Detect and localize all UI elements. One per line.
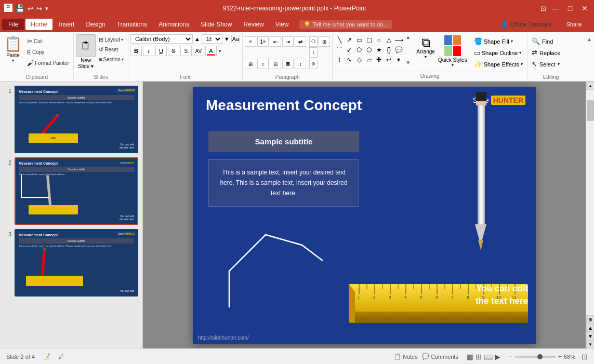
section-button[interactable]: ≡ Section ▾ [97,55,126,63]
select-button[interactable]: ↖ Select ▾ [530,59,562,69]
office-tutorials-button[interactable]: 👤 Office Tutorials [496,19,556,30]
maximize-button[interactable]: □ [565,3,575,14]
justify-button[interactable]: ≣ [282,59,294,69]
menu-slideshow[interactable]: Slide Show [195,19,237,30]
curve-shape[interactable]: ⌒ [335,45,344,55]
align-left-button[interactable]: ⊞ [245,59,256,69]
bent-arrow-shape[interactable]: ↩ [384,55,393,64]
font-color-dropdown[interactable]: ▾ [219,49,221,53]
shape-outline-button[interactable]: ▭ Shape Outline ▾ [472,48,525,58]
close-button[interactable]: ✕ [579,3,590,14]
prev-section-button[interactable]: ▲ [586,323,594,332]
smart-art-button[interactable]: ⊞ [319,36,330,47]
connector-shape[interactable]: ↙ [345,45,354,55]
star-shape[interactable]: ★ [374,45,384,55]
menu-home[interactable]: Home [25,19,52,30]
rect-shape[interactable]: ▭ [354,35,364,45]
zoom-out-button[interactable]: − [509,353,512,360]
menu-insert[interactable]: Insert [54,19,80,30]
shadow-button[interactable]: S [180,46,192,56]
fit-slide-button[interactable]: ⊡ [582,353,588,361]
italic-button[interactable]: I [143,46,154,56]
menu-transitions[interactable]: Transitions [112,19,152,30]
line-shape[interactable]: ╲ [335,35,344,45]
scroll-down-button[interactable]: ▼ [586,340,594,348]
font-family-select[interactable]: Calibri (Body) [130,34,193,44]
paste-button[interactable]: 📋 Paste ▾ [2,34,24,65]
redo-icon[interactable]: ↪ [36,5,42,12]
underline-button[interactable]: U [155,46,167,56]
font-decrease-button[interactable]: ▲ [194,35,201,43]
freeform-shape[interactable]: ⌇ [335,55,344,64]
normal-view-button[interactable]: ▦ [467,353,473,361]
slide-canvas[interactable]: Measurement Concept Slide HUNTER Sample … [193,87,536,344]
shapes-up[interactable]: ▲ [405,34,411,40]
restore-icon[interactable]: ⊡ [540,5,546,12]
bold-button[interactable]: B [130,46,142,56]
diamond-shape[interactable]: ◇ [354,55,364,64]
menu-file[interactable]: File [2,19,24,30]
font-color-button[interactable]: A [205,46,217,56]
numbering-button[interactable]: 1≡ [257,36,269,47]
convert-to-smartart-button[interactable]: ⊕ [309,59,318,69]
rtl-button[interactable]: ⇄ [295,36,306,47]
triangle-shape[interactable]: △ [384,35,393,45]
bullets-button[interactable]: ≡ [245,36,256,47]
columns-button[interactable]: ⎔ [309,36,318,47]
parallelogram-shape[interactable]: ▱ [364,55,374,64]
decrease-indent-button[interactable]: ⇤ [270,36,281,47]
right-arrow-shape[interactable]: ⟶ [394,35,403,45]
pentagon-shape[interactable]: ⬠ [354,45,364,55]
layout-button[interactable]: ⊞ Layout ▾ [97,35,126,44]
notes-button[interactable]: 📋 Notes [394,353,418,360]
arrange-button[interactable]: ⧉ Arrange ▾ [415,34,436,59]
cross-shape[interactable]: ✚ [374,55,384,64]
next-section-button[interactable]: ▼ [586,332,594,340]
zoom-slider[interactable] [514,356,556,358]
more-shapes[interactable]: ▾ [394,55,403,64]
bracket-shape[interactable]: {} [384,45,393,55]
cut-button[interactable]: ✂ Cut [25,36,71,46]
zoom-in-button[interactable]: + [558,353,562,360]
replace-button[interactable]: ⇄ Replace [530,48,562,58]
find-button[interactable]: 🔍 Find [530,36,555,46]
copy-button[interactable]: ⎘ Copy [25,47,71,57]
font-increase-button[interactable]: ▼ [223,35,230,43]
increase-indent-button[interactable]: ⇥ [282,36,294,47]
menu-animations[interactable]: Animations [153,19,194,30]
callout-shape[interactable]: 💬 [394,45,403,55]
reset-button[interactable]: ↺ Reset [97,45,126,54]
char-spacing-button[interactable]: AV [193,46,204,56]
slide-show-button[interactable]: ▶ [495,353,500,361]
shape-fill-button[interactable]: 🪣 Shape Fill ▾ [472,36,525,46]
font-size-select[interactable]: 18 [202,34,222,44]
undo-icon[interactable]: ↩ [28,5,33,12]
slide-image-2[interactable]: Measurement Concept Slide HUNTER Sample … [15,157,138,225]
clear-formatting-button[interactable]: Aa [231,35,240,43]
slide-image-3[interactable]: Measurement Concept Sample subtitle This… [15,229,138,296]
text-direction-button[interactable]: ↕ [309,47,318,58]
subtitle-box[interactable]: Sample subtitle [208,131,359,152]
tell-me-search[interactable]: 💡 Tell me what you want to do... [299,20,392,29]
align-right-button[interactable]: ⊟ [270,59,281,69]
comments-button[interactable]: 💬 Comments [422,353,458,360]
share-button[interactable]: Share [560,19,588,30]
minimize-button[interactable]: — [550,3,561,14]
expand-section-button[interactable]: ⊕ [586,315,594,323]
menu-view[interactable]: View [270,19,294,30]
menu-design[interactable]: Design [81,19,110,30]
new-slide-button[interactable]: 🗒 New Slide ▾ [76,34,96,69]
collapse-ribbon-button[interactable]: ▲ [585,33,594,45]
strikethrough-button[interactable]: S [168,46,179,56]
shapes-down[interactable]: ▼ [405,60,411,65]
slide-sorter-button[interactable]: ⊞ [476,353,482,361]
slide-thumb-2[interactable]: 2 Measurement Concept Slide HUNTER Sampl… [4,157,138,225]
reading-view-button[interactable]: 📖 [484,353,493,361]
hexagon-shape[interactable]: ⬡ [364,45,374,55]
scribble-shape[interactable]: ∿ [345,55,354,64]
scroll-up-button[interactable]: ▲ [586,82,594,90]
oval-shape[interactable]: ○ [374,35,384,45]
arrow-shape[interactable]: ↗ [345,35,354,45]
slide-thumb-1[interactable]: 1 Measurement Concept Sample subtitle Th… [4,86,138,153]
slide-image-1[interactable]: Measurement Concept Sample subtitle This… [15,86,138,153]
